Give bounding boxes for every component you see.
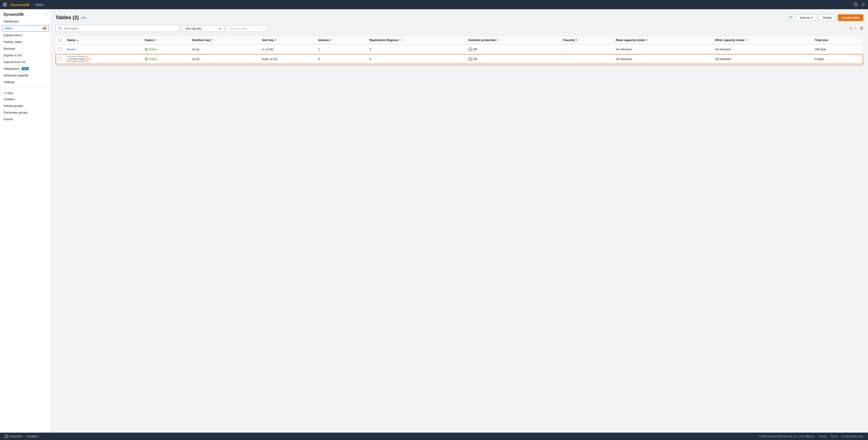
sidebar-label-imports-from-s3: Imports from S3 xyxy=(4,60,25,64)
delete-button[interactable]: Delete xyxy=(819,14,836,21)
row1-status-label: Active xyxy=(149,47,157,51)
sidebar-label-settings: Settings xyxy=(4,80,14,84)
sidebar-item-partiql-editor[interactable]: PartiQL editor xyxy=(0,39,51,45)
sidebar-divider xyxy=(0,87,51,88)
row2-deletion-label: Off xyxy=(473,57,477,61)
actions-label: Actions xyxy=(800,16,810,20)
row2-status-label: Active xyxy=(149,57,157,61)
sidebar: DynamoDB ‹ Dashboard Tables 1 Explore it… xyxy=(0,9,51,433)
row1-deletion-protection: ⊖ Off xyxy=(468,47,558,51)
page-info-link[interactable]: Info xyxy=(81,16,86,20)
tag-value-dropdown[interactable]: Any tag value ▼ xyxy=(226,25,268,32)
sidebar-item-dashboard[interactable]: Dashboard xyxy=(0,18,51,25)
row1-status-icon xyxy=(145,48,148,51)
write-cap-sort-icon: ▾ xyxy=(745,39,746,41)
sidebar-item-backups[interactable]: Backups xyxy=(0,45,51,52)
orders-table-link[interactable]: OrdersTable xyxy=(67,56,87,62)
row2-status-icon xyxy=(145,58,148,61)
filter-bar: 🔍 Any tag key ▼ Any tag value ▼ ‹ 1 › ⚙ xyxy=(56,25,863,32)
sidebar-item-reserved-capacity[interactable]: Reserved capacity xyxy=(0,72,51,79)
row2-write-capacity-cell: On-demand xyxy=(712,54,812,64)
row2-sort-key-cell: book_id (S) xyxy=(259,54,315,64)
create-table-button[interactable]: Create table xyxy=(838,14,863,21)
sidebar-label-parameter-groups: Parameter groups xyxy=(4,111,28,114)
sidebar-label-integrations: Integrations xyxy=(4,67,20,70)
col-header-status[interactable]: Status ▾ xyxy=(142,36,190,44)
tables-table: Name ▲ Status ▾ Partitio xyxy=(56,36,863,64)
sidebar-item-settings[interactable]: Settings xyxy=(0,79,51,86)
cloudshell-button[interactable]: CloudShell xyxy=(5,435,22,438)
sidebar-collapse-button[interactable]: ‹ xyxy=(46,12,47,16)
tag-key-dropdown[interactable]: Any tag key ▼ xyxy=(183,25,224,32)
next-page-button[interactable]: › xyxy=(854,26,857,31)
col-header-deletion-protection[interactable]: Deletion protection ▾ xyxy=(466,36,561,44)
row2-status: Active xyxy=(145,57,187,61)
row1-favorite-star[interactable]: ☆ xyxy=(563,47,566,51)
refresh-button[interactable] xyxy=(787,14,794,21)
sidebar-item-exports-to-s3[interactable]: Exports to S3 xyxy=(0,52,51,59)
svg-text:?: ? xyxy=(855,3,857,6)
col-header-replication-regions[interactable]: Replication Regions ▾ xyxy=(367,36,466,44)
horizontal-scrollbar[interactable] xyxy=(56,65,863,66)
col-header-indexes[interactable]: Indexes ▾ xyxy=(315,36,367,44)
sidebar-item-clusters[interactable]: Clusters xyxy=(0,96,51,102)
page-number: 1 xyxy=(850,27,852,30)
replication-sort-icon: ▾ xyxy=(399,39,401,41)
indexes-sort-icon: ▾ xyxy=(330,39,332,41)
row1-deletion-protection-cell: ⊖ Off xyxy=(466,44,561,54)
tables-table-container: Name ▲ Status ▾ Partitio xyxy=(56,36,863,66)
feedback-link[interactable]: Feedback xyxy=(27,435,38,438)
footer-privacy-link[interactable]: Privacy xyxy=(819,435,827,438)
svg-rect-3 xyxy=(5,435,8,438)
sidebar-item-parameter-groups[interactable]: Parameter groups xyxy=(0,109,51,116)
help-icon[interactable]: ? xyxy=(854,3,858,7)
row2-checkbox[interactable] xyxy=(58,57,62,60)
sidebar-label-backups: Backups xyxy=(4,47,15,50)
col-header-write-capacity-mode[interactable]: Write capacity mode ▾ xyxy=(712,36,812,44)
row1-sort-key-cell: rv_id (N) xyxy=(259,44,315,54)
prev-page-button[interactable]: ‹ xyxy=(845,26,849,31)
books-table-link[interactable]: Books xyxy=(67,47,75,51)
row2-favorite-star[interactable]: ☆ xyxy=(563,57,566,61)
breadcrumb-tables[interactable]: Tables xyxy=(35,3,44,6)
col-header-name[interactable]: Name ▲ xyxy=(64,36,142,44)
table-body: Books Active id (S) rv_id (N) 1 0 xyxy=(56,44,863,64)
row2-favorite-cell: ☆ xyxy=(560,54,613,64)
status-sort-icon: ▾ xyxy=(155,39,156,41)
col-header-partition-key[interactable]: Partition key ▾ xyxy=(189,36,259,44)
table-preferences-icon[interactable]: ⚙ xyxy=(860,26,863,31)
sidebar-item-imports-from-s3[interactable]: Imports from S3 xyxy=(0,59,51,65)
breadcrumb-separator: › xyxy=(32,3,33,6)
col-header-read-capacity-mode[interactable]: Read capacity mode ▾ xyxy=(613,36,712,44)
row1-write-capacity-cell: On-demand xyxy=(712,44,812,54)
actions-button[interactable]: Actions ▼ xyxy=(797,14,817,21)
table-row: Books Active id (S) rv_id (N) 1 0 xyxy=(56,44,863,54)
tables-count-badge: 1 xyxy=(42,27,46,30)
sidebar-item-integrations[interactable]: Integrations New xyxy=(0,65,51,72)
sidebar-item-tables[interactable]: Tables 1 xyxy=(2,25,49,31)
sidebar-label-events: Events xyxy=(4,117,13,121)
row1-partition-key-cell: id (S) xyxy=(189,44,259,54)
footer-terms-link[interactable]: Terms xyxy=(831,435,838,438)
dax-expand-icon[interactable]: ▼ xyxy=(4,92,6,95)
row2-partition-key-cell: id (S) xyxy=(189,54,259,64)
sidebar-item-subnet-groups[interactable]: Subnet groups xyxy=(0,102,51,109)
select-all-checkbox[interactable] xyxy=(58,38,62,41)
sidebar-item-events[interactable]: Events xyxy=(0,116,51,123)
read-cap-sort-icon: ▾ xyxy=(646,39,647,41)
search-input[interactable] xyxy=(64,27,178,30)
sidebar-item-explore-items[interactable]: Explore items xyxy=(0,32,51,39)
footer-cookie-preferences-link[interactable]: Cookie preferences xyxy=(841,435,863,438)
row1-checkbox[interactable] xyxy=(58,47,62,50)
row1-read-capacity-cell: On-demand xyxy=(613,44,712,54)
brand-logo[interactable]: DynamoDB xyxy=(11,3,29,7)
hamburger-menu[interactable] xyxy=(3,2,8,7)
name-sort-icon: ▲ xyxy=(76,39,79,41)
row1-deletion-label: Off xyxy=(473,47,477,51)
settings-gear-icon[interactable] xyxy=(861,3,865,7)
col-header-favorite[interactable]: Favorite ▾ xyxy=(560,36,613,44)
row1-total-size-cell: 798 byte xyxy=(812,44,863,54)
sidebar-header: DynamoDB ‹ xyxy=(0,9,51,18)
col-header-sort-key[interactable]: Sort key ▾ xyxy=(259,36,315,44)
table-row: OrdersTable 2 Active id (S) book_id (S) xyxy=(56,54,863,64)
